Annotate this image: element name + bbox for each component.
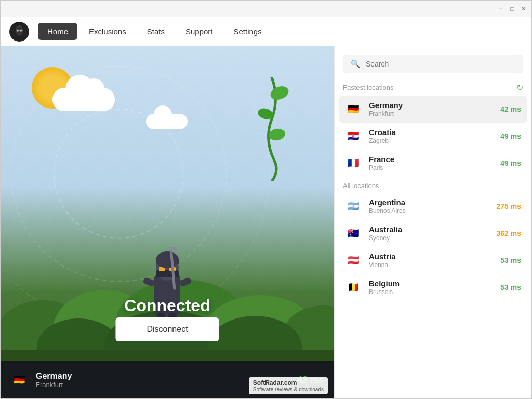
svg-rect-32 bbox=[156, 259, 179, 264]
nav-exclusions[interactable]: Exclusions bbox=[79, 23, 136, 40]
vine-illustration bbox=[251, 77, 292, 183]
fastest-locations-header: Fastest locations ↻ bbox=[339, 77, 527, 96]
window-controls: − □ ✕ bbox=[497, 5, 527, 12]
flag-france: 🇫🇷 bbox=[345, 155, 362, 171]
server-info-croatia: Croatia Zagreb bbox=[369, 128, 493, 144]
server-info-argentina: Argentina Buenos Aires bbox=[369, 198, 489, 215]
flag-argentina: 🇦🇷 bbox=[345, 198, 362, 215]
cloud-small bbox=[146, 114, 188, 129]
flag-germany: 🇩🇪 bbox=[345, 101, 362, 117]
server-city-argentina: Buenos Aires bbox=[369, 207, 489, 215]
server-list[interactable]: Fastest locations ↻ 🇩🇪 Germany Frankfurt… bbox=[335, 77, 531, 398]
search-box: 🔍 bbox=[343, 55, 523, 73]
flag-austria: 🇦🇹 bbox=[345, 252, 362, 269]
server-country-austria: Austria bbox=[369, 252, 493, 261]
server-info-france: France Paris bbox=[369, 155, 493, 171]
svg-point-14 bbox=[269, 84, 290, 102]
nav-settings[interactable]: Settings bbox=[224, 23, 271, 40]
server-ping-belgium: 53 ms bbox=[500, 283, 521, 291]
server-country-argentina: Argentina bbox=[369, 198, 489, 207]
fastest-locations-label: Fastest locations bbox=[343, 84, 394, 91]
server-ping-austria: 53 ms bbox=[500, 256, 521, 264]
watermark-site: SoftRadar.com bbox=[253, 379, 324, 387]
right-panel: 🔍 Fastest locations ↻ 🇩🇪 Germany Frankfu… bbox=[334, 46, 531, 398]
svg-point-10 bbox=[21, 30, 22, 31]
maximize-button[interactable]: □ bbox=[509, 5, 516, 12]
minimize-button[interactable]: − bbox=[497, 5, 504, 12]
nav-bar: Home Exclusions Stats Support Settings bbox=[1, 17, 531, 46]
server-info-belgium: Belgium Brussels bbox=[369, 279, 493, 296]
watermark: SoftRadar.com Software reviews & downloa… bbox=[249, 377, 328, 394]
search-icon: 🔍 bbox=[351, 59, 361, 69]
server-item-australia[interactable]: 🇦🇺 Australia Sydney 362 ms bbox=[339, 220, 527, 247]
app-window: − □ ✕ Home Exclusi bbox=[0, 0, 532, 399]
server-country-france: France bbox=[369, 155, 493, 164]
svg-rect-6 bbox=[16, 27, 22, 29]
watermark-tagline: Software reviews & downloads bbox=[253, 387, 324, 392]
nav-support[interactable]: Support bbox=[176, 23, 222, 40]
svg-rect-4 bbox=[16, 31, 23, 34]
server-country-croatia: Croatia bbox=[369, 128, 493, 137]
server-info-germany: Germany Frankfurt bbox=[369, 101, 493, 117]
server-info-austria: Austria Vienna bbox=[369, 252, 493, 269]
cloud-large bbox=[52, 88, 115, 111]
left-panel: Connected Disconnect 🇩🇪 Germany Frankfur… bbox=[1, 46, 334, 398]
search-input[interactable] bbox=[366, 60, 515, 68]
svg-rect-34 bbox=[169, 247, 177, 250]
refresh-icon[interactable]: ↻ bbox=[516, 83, 523, 92]
connected-label: Connected bbox=[124, 296, 210, 315]
flag-australia: 🇦🇺 bbox=[345, 225, 362, 242]
nav-home[interactable]: Home bbox=[38, 23, 77, 40]
server-ping-croatia: 49 ms bbox=[500, 132, 521, 140]
status-flag: 🇩🇪 bbox=[11, 371, 28, 388]
server-city-australia: Sydney bbox=[369, 234, 489, 242]
svg-point-16 bbox=[268, 127, 286, 141]
flag-croatia: 🇭🇷 bbox=[345, 128, 362, 144]
server-ping-france: 49 ms bbox=[500, 159, 521, 167]
server-city-france: Paris bbox=[369, 164, 493, 171]
server-item-austria[interactable]: 🇦🇹 Austria Vienna 53 ms bbox=[339, 247, 527, 274]
server-country-australia: Australia bbox=[369, 225, 489, 234]
flag-belgium: 🇧🇪 bbox=[345, 279, 362, 296]
title-bar: − □ ✕ bbox=[1, 1, 531, 17]
close-button[interactable]: ✕ bbox=[520, 5, 527, 12]
svg-rect-28 bbox=[156, 270, 179, 277]
app-logo bbox=[9, 21, 30, 42]
server-ping-argentina: 275 ms bbox=[497, 202, 521, 210]
server-ping-australia: 362 ms bbox=[497, 229, 521, 237]
server-item-argentina[interactable]: 🇦🇷 Argentina Buenos Aires 275 ms bbox=[339, 193, 527, 220]
svg-rect-35 bbox=[143, 277, 156, 287]
server-item-germany[interactable]: 🇩🇪 Germany Frankfurt 42 ms bbox=[339, 96, 527, 123]
server-city-belgium: Brussels bbox=[369, 288, 493, 296]
server-ping-germany: 42 ms bbox=[500, 105, 521, 113]
server-city-germany: Frankfurt bbox=[369, 110, 493, 117]
svg-point-9 bbox=[18, 30, 19, 31]
main-content: Connected Disconnect 🇩🇪 Germany Frankfur… bbox=[1, 46, 531, 398]
nav-stats[interactable]: Stats bbox=[138, 23, 174, 40]
server-item-belgium[interactable]: 🇧🇪 Belgium Brussels 53 ms bbox=[339, 274, 527, 301]
server-item-france[interactable]: 🇫🇷 France Paris 49 ms bbox=[339, 150, 527, 177]
server-country-belgium: Belgium bbox=[369, 279, 493, 288]
all-locations-header: All locations bbox=[339, 177, 527, 193]
server-item-croatia[interactable]: 🇭🇷 Croatia Zagreb 49 ms bbox=[339, 123, 527, 150]
server-info-australia: Australia Sydney bbox=[369, 225, 489, 242]
server-city-croatia: Zagreb bbox=[369, 137, 493, 144]
search-container: 🔍 bbox=[335, 46, 531, 77]
server-country-germany: Germany bbox=[369, 101, 493, 110]
server-city-austria: Vienna bbox=[369, 261, 493, 269]
all-locations-label: All locations bbox=[343, 182, 379, 190]
svg-rect-36 bbox=[179, 277, 192, 287]
disconnect-button[interactable]: Disconnect bbox=[115, 317, 219, 341]
